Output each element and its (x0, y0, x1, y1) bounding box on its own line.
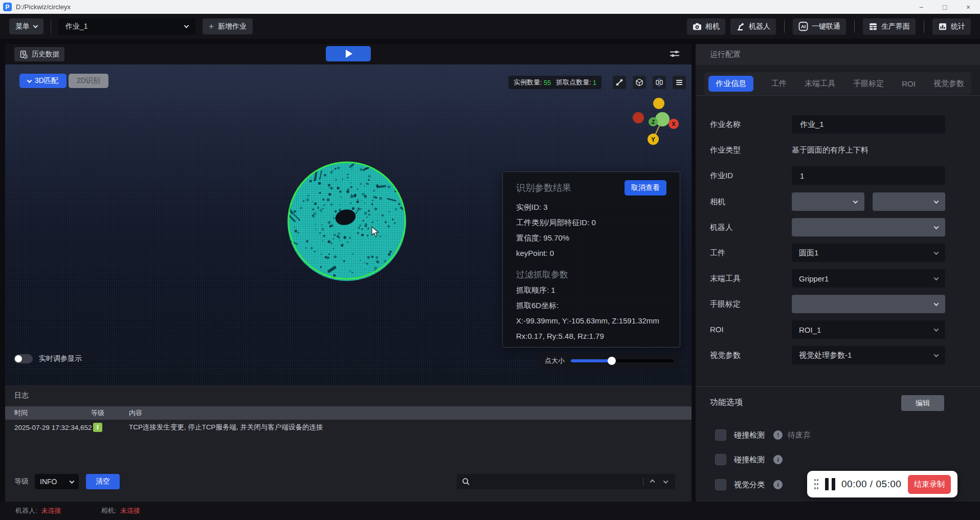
workpiece-select[interactable]: 圆面1 (792, 244, 945, 262)
field-row-roi: ROI ROI_1 (696, 320, 980, 339)
job-name-input[interactable] (792, 115, 945, 134)
roi-select[interactable]: ROI_1 (792, 320, 945, 339)
chevron-down-icon (934, 352, 939, 357)
axis-orientation-gizmo[interactable]: Z X Y (629, 95, 685, 151)
play-button[interactable] (326, 46, 371, 61)
vision-params-select[interactable]: 视觉处理参数-1 (792, 346, 945, 364)
job-id-input[interactable] (792, 166, 945, 185)
grasp-xyz-text: X:-99.39mm, Y:-105.63mm, Z:1591.32mm (516, 313, 666, 329)
maximize-button[interactable]: □ (933, 0, 956, 14)
collision-detect-checkbox-1[interactable] (715, 429, 726, 441)
point-cloud-workpiece[interactable] (283, 158, 411, 286)
view-3d-reset-button[interactable] (633, 76, 646, 89)
production-ui-label: 生产界面 (881, 22, 910, 31)
tab-roi[interactable]: ROI (902, 79, 916, 88)
robot-status-label: 机器人: (15, 506, 37, 515)
instance-count-value: 55 (544, 79, 551, 86)
realtime-tuning-toggle[interactable] (14, 354, 33, 363)
clear-log-button[interactable]: 清空 (86, 474, 120, 489)
mouse-cursor-icon (371, 226, 381, 239)
camera-label: 相机 (705, 22, 720, 31)
divider (643, 478, 643, 486)
tab-3d-match[interactable]: 3D匹配 (19, 74, 66, 88)
measure-tool-button[interactable] (613, 76, 626, 89)
search-prev-button[interactable] (648, 480, 657, 484)
point-cloud-viewport[interactable]: 3D匹配 2D识别 实例数量:55 抓取点数量:1 (5, 64, 692, 385)
camera-select-1[interactable] (792, 192, 864, 211)
checkbox-row-collision-1: 碰撞检测 ! 待废弃 (696, 428, 980, 442)
log-search-input[interactable] (474, 478, 639, 486)
tab-2d-recognition[interactable]: 2D识别 (69, 74, 108, 88)
log-panel: 日志 时间 等级 内容 2025-07-29 17:32:34,652 I TC… (5, 385, 692, 502)
point-size-slider[interactable] (571, 359, 674, 362)
split-view-button[interactable] (653, 76, 666, 89)
screen-recorder-bar: 00:00 / 05:00 结束录制 (807, 471, 957, 497)
viewport-menu-button[interactable] (673, 76, 686, 89)
drag-handle-icon[interactable] (814, 478, 819, 490)
tab-workpiece[interactable]: 工件 (771, 79, 787, 89)
history-data-icon (19, 50, 28, 59)
field-row-camera: 相机 (696, 192, 980, 211)
menu-button[interactable]: 菜单 (9, 18, 43, 34)
cancel-view-button[interactable]: 取消查看 (625, 180, 666, 196)
job-select[interactable]: 作业_1 (58, 18, 195, 35)
hand-eye-select[interactable] (792, 295, 945, 313)
job-select-value: 作业_1 (65, 22, 88, 31)
stop-recording-button[interactable]: 结束录制 (908, 475, 951, 494)
camera-select-2[interactable] (873, 192, 945, 211)
history-data-button[interactable]: 历史数据 (14, 47, 64, 61)
field-row-job-id: 作业ID (696, 166, 980, 185)
grasp-point-count-label: 抓取点数量: (556, 78, 591, 87)
chevron-down-icon (70, 479, 75, 484)
popup-title: 识别参数结果 (516, 182, 571, 194)
hand-eye-field-label: 手眼标定 (710, 295, 741, 313)
robot-select[interactable] (792, 218, 945, 236)
log-row[interactable]: 2025-07-29 17:32:34,652 I TCP连接发生变更, 停止T… (5, 420, 692, 435)
close-button[interactable]: × (956, 0, 980, 14)
tab-hand-eye-calibration[interactable]: 手眼标定 (853, 79, 884, 89)
field-row-workpiece: 工件 圆面1 (696, 244, 980, 262)
stats-button[interactable]: 统计 (932, 18, 971, 35)
camera-button[interactable]: 相机 (687, 18, 725, 35)
log-time: 2025-07-29 17:32:34,652 (14, 424, 92, 431)
tab-job-info[interactable]: 作业信息 (708, 76, 753, 92)
run-config-panel: 运行配置 作业信息 工件 末端工具 手眼标定 ROI 视觉参数 作业名称 作业类… (696, 44, 980, 502)
end-tool-select[interactable]: Gripper1 (792, 269, 945, 288)
tab-2d-recognition-label: 2D识别 (77, 76, 100, 85)
tab-3d-match-label: 3D匹配 (35, 76, 58, 85)
realtime-tuning-label: 实时调参显示 (39, 354, 82, 363)
pause-recording-button[interactable] (825, 478, 835, 490)
ai-icon: AI (798, 21, 808, 31)
camera-field-label: 相机 (710, 192, 725, 211)
chevron-down-icon (853, 199, 858, 204)
workpiece-select-value: 圆面1 (799, 248, 818, 258)
collision-detect-label-1: 碰撞检测 (734, 430, 765, 440)
search-next-button[interactable] (661, 480, 670, 484)
bar-chart-icon (938, 22, 947, 31)
chevron-down-icon (934, 224, 939, 229)
robot-button[interactable]: 机器人 (730, 18, 776, 35)
tab-vision-params[interactable]: 视觉参数 (933, 79, 967, 89)
robot-arm-icon (736, 22, 745, 31)
view-settings-button[interactable] (669, 49, 680, 60)
add-job-button[interactable]: + 新增作业 (203, 18, 253, 34)
collision-detect-checkbox-2[interactable] (715, 454, 726, 465)
workpiece-field-label: 工件 (710, 244, 725, 262)
chevron-down-icon (934, 301, 939, 306)
one-key-connect-button[interactable]: AI 一键联通 (793, 18, 846, 35)
info-icon[interactable]: i (773, 480, 783, 489)
chevron-down-icon (934, 250, 939, 255)
vision-classify-checkbox[interactable] (715, 479, 726, 490)
chevron-down-icon (33, 23, 38, 28)
field-row-robot: 机器人 (696, 218, 980, 236)
grasp-order-text: 抓取顺序: 1 (516, 283, 666, 298)
log-level-select[interactable]: INFO (35, 474, 79, 489)
edit-options-button[interactable]: 编辑 (901, 395, 944, 411)
warning-info-icon[interactable]: ! (773, 430, 783, 440)
vision-params-field-label: 视觉参数 (710, 346, 741, 364)
info-icon[interactable]: i (773, 455, 783, 464)
production-ui-button[interactable]: 生产界面 (863, 18, 916, 35)
tab-end-tool[interactable]: 末端工具 (805, 79, 835, 89)
slider-knob[interactable] (608, 357, 616, 365)
minimize-button[interactable]: − (909, 0, 933, 14)
